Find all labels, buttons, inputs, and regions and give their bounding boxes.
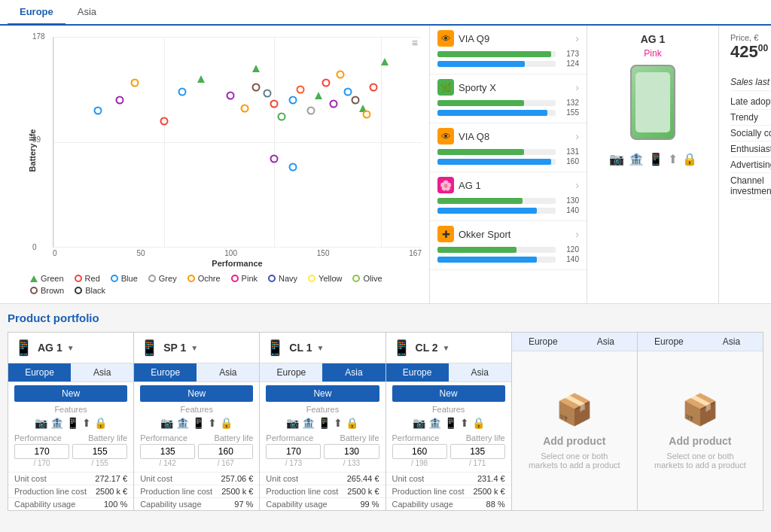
product-bar1: 130 bbox=[437, 196, 579, 205]
tab-europe-add[interactable]: Europe bbox=[638, 333, 700, 351]
features-label: Features bbox=[8, 405, 133, 414]
feat-phone-icon[interactable]: 📱 bbox=[318, 417, 331, 429]
product-icon: 👁 bbox=[437, 128, 454, 144]
perf-inputs: / 170 / 155 bbox=[8, 444, 133, 472]
product-item-viaq9[interactable]: 👁 VIA Q9 › 173 124 bbox=[430, 26, 587, 74]
product-item-ag1[interactable]: 🌸 AG 1 › 130 140 bbox=[430, 172, 587, 221]
feat-upload-icon[interactable]: ⬆ bbox=[82, 417, 91, 429]
product-name: AG 1 bbox=[459, 180, 571, 191]
tab-asia-add[interactable]: Asia bbox=[574, 333, 637, 351]
product-name: Okker Sport bbox=[459, 229, 571, 240]
portfolio-col-cl1: 📱 CL 1 ▼ Europe Asia New Features 📷 🏦 📱 … bbox=[260, 333, 386, 510]
performance-box: / 198 bbox=[392, 444, 447, 467]
product-item-sportyx[interactable]: 🌿 Sporty X › 132 155 bbox=[430, 74, 587, 123]
col-header: 📱 SP 1 ▼ bbox=[134, 333, 259, 363]
phone-icon[interactable]: 📱 bbox=[648, 152, 663, 166]
feat-phone-icon[interactable]: 📱 bbox=[444, 417, 457, 429]
feat-bank-icon[interactable]: 🏦 bbox=[50, 417, 63, 429]
tab-europe[interactable]: Europe bbox=[386, 363, 449, 382]
tab-europe[interactable]: Europe bbox=[8, 363, 71, 382]
col-name: SP 1 bbox=[163, 342, 186, 354]
tab-europe[interactable]: Europe bbox=[260, 363, 322, 382]
product-item-okkersport[interactable]: ✚ Okker Sport › 120 140 bbox=[430, 221, 587, 270]
battery-input[interactable] bbox=[450, 444, 505, 459]
ag1-title: AG 1 bbox=[641, 33, 666, 45]
perf-inputs: / 142 / 167 bbox=[134, 444, 259, 472]
tab-europe[interactable]: Europe bbox=[134, 363, 197, 382]
performance-input[interactable] bbox=[14, 444, 69, 459]
col-phone-icon: 📱 bbox=[392, 339, 411, 357]
portfolio-col-cl2: 📱 CL 2 ▼ Europe Asia New Features 📷 🏦 📱 … bbox=[386, 333, 512, 510]
add-product-desc: Select one or both markets to add a prod… bbox=[527, 451, 622, 470]
feat-bank-icon[interactable]: 🏦 bbox=[302, 417, 315, 429]
region-tabs: Europe Asia bbox=[0, 0, 771, 26]
add-product-title[interactable]: Add product bbox=[543, 435, 605, 447]
product-arrow-icon: › bbox=[575, 81, 579, 93]
feat-lock-icon[interactable]: 🔒 bbox=[346, 417, 358, 429]
add-product-title[interactable]: Add product bbox=[669, 435, 731, 447]
lock-icon[interactable]: 🔒 bbox=[682, 152, 697, 166]
portfolio-col-sp1: 📱 SP 1 ▼ Europe Asia New Features 📷 🏦 📱 … bbox=[134, 333, 260, 510]
performance-input[interactable] bbox=[392, 444, 447, 459]
stats-table: Late adopters70Trendy109Socially conscio… bbox=[730, 94, 771, 199]
performance-input[interactable] bbox=[140, 444, 195, 459]
col-name: CL 1 bbox=[289, 342, 312, 354]
performance-label: Performance bbox=[14, 433, 62, 442]
col-dropdown-arrow[interactable]: ▼ bbox=[67, 344, 75, 352]
col-dropdown-arrow[interactable]: ▼ bbox=[443, 344, 450, 352]
feat-camera-icon[interactable]: 📷 bbox=[413, 417, 425, 429]
col-header: 📱 CL 2 ▼ bbox=[386, 333, 511, 363]
product-bar2: 160 bbox=[437, 157, 579, 166]
tab-asia[interactable]: Asia bbox=[71, 363, 133, 382]
battery-box: / 133 bbox=[324, 444, 379, 467]
feat-bank-icon[interactable]: 🏦 bbox=[428, 417, 441, 429]
features-label: Features bbox=[134, 405, 259, 414]
feat-bank-icon[interactable]: 🏦 bbox=[176, 417, 189, 429]
battery-input[interactable] bbox=[72, 444, 127, 459]
feat-upload-icon[interactable]: ⬆ bbox=[334, 417, 343, 429]
capability-row: Capability usage 97 % bbox=[134, 497, 259, 510]
sales-title: Sales last round, k units bbox=[730, 77, 771, 91]
product-name: VIA Q8 bbox=[459, 131, 571, 142]
portfolio-title: Product portfolio bbox=[8, 312, 763, 324]
perf-labels: Performance Battery life bbox=[8, 432, 133, 444]
performance-label: Performance bbox=[140, 433, 187, 442]
market-tabs: Europe Asia bbox=[134, 363, 259, 382]
tab-asia-add[interactable]: Asia bbox=[700, 333, 763, 351]
feat-phone-icon[interactable]: 📱 bbox=[66, 417, 79, 429]
col-header: 📱 AG 1 ▼ bbox=[8, 333, 133, 363]
feat-lock-icon[interactable]: 🔒 bbox=[472, 417, 485, 429]
feat-phone-icon[interactable]: 📱 bbox=[192, 417, 205, 429]
feature-icons: 📷 🏦 📱 ⬆ 🔒 bbox=[134, 414, 259, 432]
feat-camera-icon[interactable]: 📷 bbox=[35, 417, 47, 429]
feature-icons: 📷 🏦 📱 ⬆ 🔒 bbox=[8, 414, 133, 432]
tab-europe[interactable]: Europe bbox=[8, 0, 66, 26]
tab-asia[interactable]: Asia bbox=[197, 363, 259, 382]
tab-europe-add[interactable]: Europe bbox=[512, 333, 574, 351]
product-arrow-icon: › bbox=[575, 179, 579, 191]
battery-input[interactable] bbox=[324, 444, 379, 459]
capability-row: Capability usage 99 % bbox=[260, 497, 385, 510]
legend-item-green: Green bbox=[30, 274, 64, 283]
tab-asia[interactable]: Asia bbox=[66, 0, 108, 24]
battery-input[interactable] bbox=[198, 444, 253, 459]
camera-icon[interactable]: 📷 bbox=[609, 152, 624, 166]
tab-asia[interactable]: Asia bbox=[449, 363, 511, 382]
feat-lock-icon[interactable]: 🔒 bbox=[220, 417, 233, 429]
tab-asia[interactable]: Asia bbox=[322, 363, 385, 382]
feat-camera-icon[interactable]: 📷 bbox=[160, 417, 173, 429]
prod-line-cost-row: Production line cost 2500 k € bbox=[8, 485, 133, 497]
bank-icon[interactable]: 🏦 bbox=[629, 152, 644, 166]
feat-camera-icon[interactable]: 📷 bbox=[286, 417, 299, 429]
performance-input[interactable] bbox=[266, 444, 321, 459]
col-dropdown-arrow[interactable]: ▼ bbox=[190, 344, 198, 352]
feat-upload-icon[interactable]: ⬆ bbox=[460, 417, 469, 429]
upload-icon[interactable]: ⬆ bbox=[668, 152, 678, 166]
col-dropdown-arrow[interactable]: ▼ bbox=[316, 344, 324, 352]
product-arrow-icon: › bbox=[575, 228, 579, 240]
product-item-viaq8[interactable]: 👁 VIA Q8 › 131 160 bbox=[430, 123, 587, 172]
feat-upload-icon[interactable]: ⬆ bbox=[208, 417, 217, 429]
feat-lock-icon[interactable]: 🔒 bbox=[94, 417, 107, 429]
stats-row: Enthusiasts144 bbox=[730, 141, 771, 157]
y-label-0: 0 bbox=[32, 243, 37, 251]
